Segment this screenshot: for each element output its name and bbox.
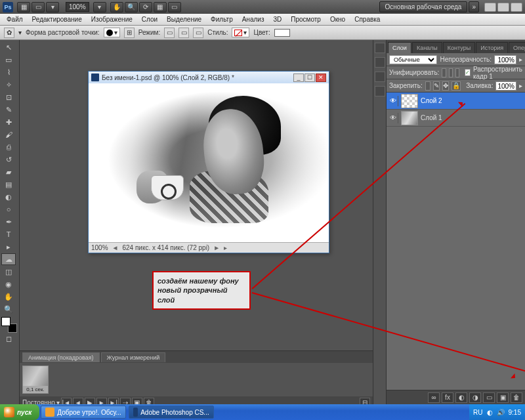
zoom-level-display[interactable]: 100% [66,2,89,12]
swatches-panel-icon[interactable] [375,57,385,68]
menu-help[interactable]: Справка [350,14,384,24]
layer-group-button[interactable]: ▭ [483,392,495,403]
menu-layers[interactable]: Слои [138,14,161,24]
visibility-toggle[interactable]: 👁 [388,113,398,123]
menu-edit[interactable]: Редактирование [28,14,86,24]
healing-tool[interactable]: ✚ [1,116,16,128]
animation-tab[interactable]: Анимация (покадровая) [22,352,100,362]
menu-3d[interactable]: 3D [269,14,285,24]
mini-bridge-button[interactable]: ▭ [32,2,45,12]
document-canvas[interactable] [89,83,329,242]
link-layers-button[interactable]: ∞ [428,392,440,403]
zoom-dropdown-icon[interactable]: ▾ [93,2,106,12]
visibility-toggle[interactable]: 👁 [388,96,398,106]
color-picker[interactable] [1,317,17,333]
status-menu-icon[interactable]: ▸ [224,244,227,251]
language-indicator[interactable]: RU [473,409,482,416]
taskbar-item-browser[interactable]: Доброе утро!. Обсу... [41,406,125,419]
measurement-log-tab[interactable]: Журнал измерений [101,352,166,362]
status-next-icon[interactable]: ► [213,244,220,251]
eyedropper-tool[interactable]: ✎ [1,104,16,116]
layer-name[interactable]: Слой 1 [421,114,524,121]
menu-window[interactable]: Окно [326,14,349,24]
hand-tool[interactable]: ✋ [1,291,16,303]
adjustments-panel-icon[interactable] [375,86,385,96]
doc-zoom-value[interactable]: 100% [91,244,108,251]
mode-icon-3[interactable]: ▭ [193,28,203,38]
tab-history[interactable]: История [476,42,508,53]
minimize-button[interactable] [484,3,496,12]
tray-icon[interactable]: ◐ [487,409,493,416]
brush-tool[interactable]: 🖌 [1,129,16,140]
zoom-tool-button[interactable]: 🔍 [125,2,138,12]
zoom-tool[interactable]: 🔍 [1,303,16,315]
styles-panel-icon[interactable] [375,72,385,82]
layer-row[interactable]: 👁 Слой 1 [387,110,525,127]
animation-frame-1[interactable]: 0,1 сек. [22,366,49,394]
menu-select[interactable]: Выделение [163,14,205,24]
view-extras-button[interactable]: ▾ [46,2,59,12]
unify-visibility-icon[interactable] [449,68,453,77]
foreground-color[interactable] [1,317,10,326]
pen-tool[interactable]: ✒ [1,216,16,228]
tool-preset-icon[interactable]: ✿ [4,28,14,38]
history-brush-tool[interactable]: ↺ [1,154,16,165]
stamp-tool[interactable]: ⎙ [1,141,16,153]
layer-style-button[interactable]: fx [442,392,453,403]
layer-thumbnail[interactable] [401,111,418,125]
color-panel-icon[interactable] [375,43,385,53]
brush-panel-icon[interactable]: ⊞ [124,28,135,38]
layer-mask-button[interactable]: ◐ [455,392,467,403]
menu-filter[interactable]: Фильтр [207,14,237,24]
type-tool[interactable]: T [1,228,16,240]
eraser-tool[interactable]: ▰ [1,166,16,178]
propagate-checkbox[interactable]: ✓ [465,69,471,76]
tab-actions[interactable]: Операции [509,42,525,53]
lock-all-icon[interactable]: 🔒 [452,81,461,91]
menu-analysis[interactable]: Анализ [238,14,268,24]
layer-thumbnail[interactable] [401,94,418,108]
bridge-button[interactable]: ▦ [17,2,30,12]
taskbar-item-photoshop[interactable]: Adobe Photoshop CS... [129,406,214,419]
hand-tool-button[interactable]: ✋ [110,2,123,12]
lock-position-icon[interactable]: ✥ [442,81,449,91]
lock-transparency-icon[interactable] [425,81,430,91]
tab-layers[interactable]: Слои [388,42,411,53]
mode-icon[interactable]: ▭ [164,28,175,38]
blur-tool[interactable]: ◐ [1,191,16,203]
adjustment-layer-button[interactable]: ◑ [469,392,481,403]
path-select-tool[interactable]: ▸ [1,241,16,253]
shape-tool[interactable]: ☁ [1,253,16,265]
status-prev-icon[interactable]: ◄ [112,244,119,251]
tab-channels[interactable]: Каналы [412,42,442,53]
gradient-tool[interactable]: ▤ [1,178,16,190]
crop-tool[interactable]: ⊡ [1,91,16,103]
new-layer-button[interactable]: ▣ [497,392,509,403]
screen-mode-button[interactable]: ▭ [168,2,181,12]
blend-mode-select[interactable]: Обычные [389,55,437,64]
menu-image[interactable]: Изображение [87,14,136,24]
quick-select-tool[interactable]: ✧ [1,79,16,91]
tab-paths[interactable]: Контуры [443,42,475,53]
rotate-view-button[interactable]: ⟳ [139,2,152,12]
doc-close-button[interactable]: ✕ [316,74,326,82]
close-button[interactable] [511,3,522,12]
lock-pixels-icon[interactable]: ✎ [433,81,440,91]
color-swatch[interactable] [274,29,290,37]
arrange-docs-button[interactable]: ▦ [154,2,167,12]
unify-position-icon[interactable] [442,68,446,77]
style-picker[interactable]: ▾ [232,28,249,37]
3d-camera-tool[interactable]: ◉ [1,278,16,290]
doc-minimize-button[interactable]: _ [293,74,304,82]
marquee-tool[interactable]: ▭ [1,54,16,66]
menu-view[interactable]: Просмотр [287,14,325,24]
workspace-switcher[interactable]: Основная рабочая среда [379,1,468,12]
maximize-button[interactable] [497,3,509,12]
unify-style-icon[interactable] [455,68,459,77]
layer-row-selected[interactable]: 👁 Слой 2 [387,93,525,110]
clock[interactable]: 9:15 [509,409,521,416]
lasso-tool[interactable]: ⌇ [1,66,16,78]
quick-mask-tool[interactable]: ◻ [1,333,16,345]
3d-tool[interactable]: ◫ [1,266,16,278]
opacity-input[interactable]: 100% [494,55,516,64]
